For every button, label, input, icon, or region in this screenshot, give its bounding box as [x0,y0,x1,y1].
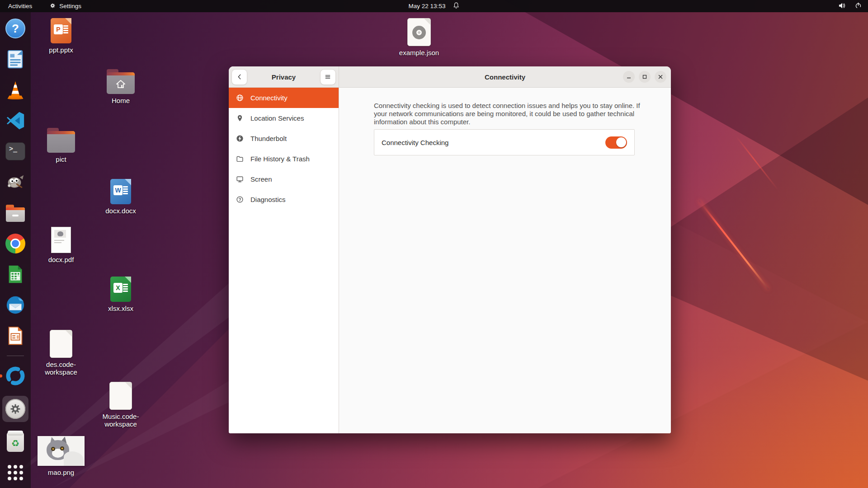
toggle-knob [616,137,626,147]
dock-item-libreoffice-calc[interactable] [5,263,26,285]
sidebar-item-connectivity[interactable]: Connectivity [229,88,339,108]
dock-item-settings[interactable] [2,396,28,422]
pdf-document-icon [51,227,71,253]
connectivity-description: Connectivity checking is used to detect … [374,102,645,126]
sidebar-item-thunderbolt[interactable]: Thunderbolt [229,128,339,149]
desktop-icon-pict[interactable]: pict [34,127,88,163]
maximize-icon [642,74,647,80]
dock-item-thunderbird[interactable] [5,294,26,316]
image-thumbnail [38,436,85,466]
desktop-icon-label: Home [112,97,130,104]
desktop-icon-label: Music.code-workspace [94,413,148,428]
desktop-icon-xlsx[interactable]: xlsx.xlsx [94,277,148,312]
dock-item-libreoffice-impress[interactable] [5,325,26,347]
chrome-icon [5,234,25,253]
sidebar-item-label: Thunderbolt [250,135,287,142]
maximize-button[interactable] [639,71,651,83]
close-button[interactable] [655,71,666,83]
code-workspace-file-icon [50,330,72,358]
chevron-left-icon [236,73,243,80]
code-workspace-file-icon [109,382,132,410]
libreoffice-calc-icon [5,264,26,285]
sidebar-item-file-history-trash[interactable]: File History & Trash [229,149,339,169]
help-icon [5,19,25,38]
home-folder-icon [107,72,135,94]
sidebar-item-screen[interactable]: Screen [229,169,339,189]
files-icon [6,207,25,222]
globe-icon [236,94,244,102]
spreadsheet-file-icon [110,277,131,302]
page-title: Connectivity [485,73,525,81]
wallpaper-streak [736,136,779,190]
thunderbird-icon [5,295,26,315]
app-menu-label: Settings [59,3,81,9]
app-grid-icon [8,465,23,480]
activities-button[interactable]: Activities [8,3,32,9]
connectivity-checking-row: Connectivity Checking [374,129,635,155]
dock-item-trash[interactable]: ♻ [5,431,26,453]
top-bar: Activities Settings May 22 13:53 [0,0,868,12]
clock[interactable]: May 22 13:53 [409,3,446,9]
blue-ring-app-icon [5,365,26,387]
show-applications-button[interactable] [5,462,26,483]
left-headerbar: Privacy [229,66,339,88]
menu-button[interactable] [320,69,336,85]
dock-item-libreoffice-writer[interactable] [5,48,26,70]
power-icon[interactable] [855,2,862,10]
presentation-file-icon [51,18,71,43]
desktop-icon-docx[interactable]: docx.docx [94,179,148,215]
gear-icon [49,2,56,10]
desktop-icon-home[interactable]: Home [94,69,148,104]
vlc-icon [5,80,26,100]
bell-icon [453,2,459,10]
volume-icon[interactable] [838,2,846,10]
question-mark-icon [236,196,244,204]
settings-window: Privacy Connectivity Location Services [229,66,671,433]
minimize-icon [626,74,632,80]
desktop-icon-label: pict [56,155,66,163]
desktop-icon-docx-pdf[interactable]: docx.pdf [34,227,88,263]
app-menu-button[interactable]: Settings [49,2,81,10]
sidebar-item-label: Connectivity [250,94,288,102]
terminal-icon [5,142,25,160]
connectivity-content: Connectivity checking is used to detect … [339,88,671,433]
privacy-sidebar: Connectivity Location Services Thunderbo… [229,88,339,433]
sidebar-item-diagnostics[interactable]: Diagnostics [229,189,339,210]
desktop-icon-label: xlsx.xlsx [108,305,133,312]
trash-icon: ♻ [7,432,24,452]
dock-item-gimp[interactable] [5,171,26,193]
settings-gear-icon [5,399,25,419]
toggle-row-label: Connectivity Checking [382,139,448,146]
desktop-icon-ppt[interactable]: ppt.pptx [34,18,88,54]
desktop-icon-example-json[interactable]: example.json [392,18,446,56]
desktop-icon-mao-png[interactable]: mao.png [34,436,88,476]
dock-item-terminal[interactable] [5,141,26,162]
dock-separator [7,356,24,356]
running-indicator [0,375,2,378]
screen-icon [236,175,244,183]
dock-item-vlc[interactable] [5,79,26,101]
dock-item-files[interactable] [5,202,26,224]
desktop-icon-music-workspace[interactable]: Music.code-workspace [94,382,148,428]
vscode-icon [5,110,26,131]
dock-item-vscode[interactable] [5,110,26,131]
sidebar-item-location-services[interactable]: Location Services [229,108,339,128]
desktop-icon-label: example.json [399,49,439,56]
sidebar-item-label: Screen [250,175,272,183]
sidebar-item-label: Diagnostics [250,196,286,203]
sidebar-item-label: File History & Trash [250,155,310,163]
privacy-pane: Privacy Connectivity Location Services [229,66,339,433]
word-document-icon [110,179,131,204]
dock-item-chrome[interactable] [5,233,26,254]
desktop-icon-label: mao.png [48,469,74,476]
location-pin-icon [236,114,244,122]
folder-icon [47,131,75,153]
connectivity-toggle[interactable] [605,136,627,149]
desktop-icon-label: docx.docx [105,207,136,215]
json-file-icon [407,18,431,46]
dock-item-help[interactable] [5,18,26,39]
back-button[interactable] [231,69,247,85]
desktop-icon-des-workspace[interactable]: des.code-workspace [34,330,88,376]
minimize-button[interactable] [623,71,635,83]
dock-item-blue-ring-app[interactable] [5,365,26,387]
